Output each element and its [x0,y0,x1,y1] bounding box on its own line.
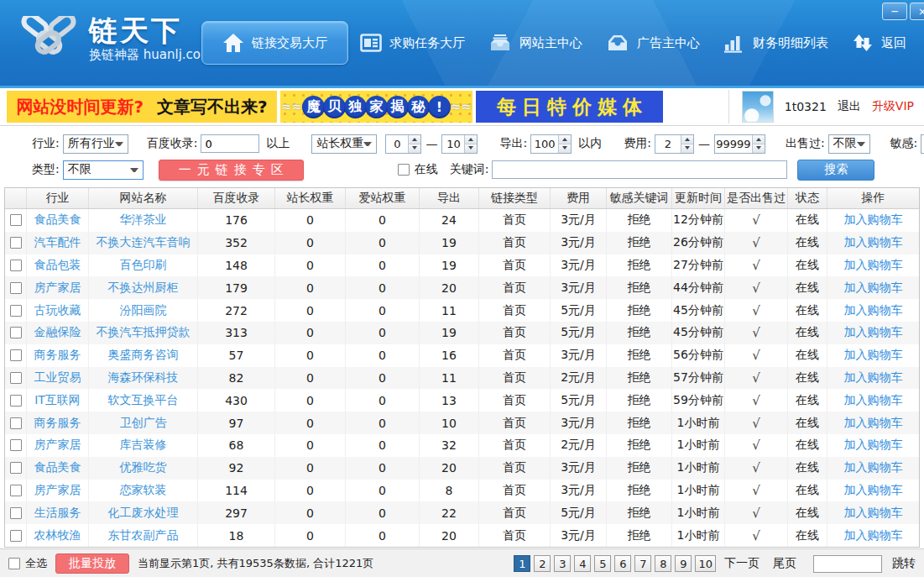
last-page-link[interactable]: 尾页 [773,556,796,571]
add-to-cart-link[interactable]: 加入购物车 [827,480,919,502]
site-name-link[interactable]: 恋家软装 [89,480,198,502]
spinner-up-icon[interactable] [681,135,693,144]
site-name-link[interactable]: 优雅吃货 [89,457,198,480]
industry-select[interactable]: 所有行业 [63,134,128,154]
cell-industry[interactable]: 汽车配件 [27,232,89,254]
page-button-2[interactable]: 2 [534,555,551,572]
spinner-up-icon[interactable] [753,135,765,144]
site-name-link[interactable]: 奥盛商务咨询 [89,344,198,367]
add-to-cart-link[interactable]: 加入购物车 [827,412,919,434]
site-name-link[interactable]: 汾阳画院 [89,299,198,322]
next-page-link[interactable]: 下一页 [724,556,760,571]
spinner-down-icon[interactable] [681,144,693,153]
cell-industry[interactable]: 工业贸易 [27,367,89,390]
row-checkbox[interactable] [10,462,22,474]
spinner-up-icon[interactable] [465,135,477,144]
minimize-button[interactable]: ─ [882,3,907,20]
fee-min-spinner[interactable]: 2 [655,134,694,154]
add-to-cart-link[interactable]: 加入购物车 [827,232,919,254]
upgrade-vip-link[interactable]: 升级VIP [872,99,914,114]
site-name-link[interactable]: 华洋茶业 [89,209,198,232]
ad-banner-secret[interactable]: ≈≈ 魔 贝 独 家 揭 秘 ! ≈≈ [280,91,472,123]
page-button-10[interactable]: 10 [695,555,716,572]
cell-industry[interactable]: 金融保险 [27,322,89,344]
site-name-link[interactable]: 百色印刷 [89,254,198,277]
cell-industry[interactable]: 生活服务 [27,501,89,524]
page-button-9[interactable]: 9 [675,555,692,572]
row-checkbox[interactable] [10,417,22,429]
baidu-include-input[interactable] [201,134,259,153]
site-name-link[interactable]: 东甘农副产品 [89,524,198,547]
cell-industry[interactable]: 房产家居 [27,480,89,502]
cell-industry[interactable]: IT互联网 [27,389,89,412]
cell-industry[interactable]: 食品美食 [27,457,89,480]
add-to-cart-link[interactable]: 加入购物车 [827,254,919,277]
row-checkbox[interactable] [10,530,22,542]
jump-link[interactable]: 跳转 [892,556,916,571]
sensitive-select[interactable]: 不限 [921,134,924,154]
add-to-cart-link[interactable]: 加入购物车 [827,524,919,547]
row-checkbox[interactable] [10,305,22,317]
add-to-cart-link[interactable]: 加入购物车 [827,434,919,457]
cell-industry[interactable]: 商务服务 [27,344,89,367]
weight-min-spinner[interactable]: 0 [385,134,421,154]
page-button-1[interactable]: 1 [514,555,530,572]
site-name-link[interactable]: 软文互换平台 [89,389,198,412]
cell-industry[interactable]: 房产家居 [27,276,89,299]
type-select[interactable]: 不限 [63,160,144,180]
page-button-6[interactable]: 6 [614,555,631,572]
spinner-down-icon[interactable] [559,144,571,153]
weight-max-spinner[interactable]: 10 [441,134,478,154]
spinner-down-icon[interactable] [465,144,477,153]
row-checkbox[interactable] [10,327,22,338]
add-to-cart-link[interactable]: 加入购物车 [827,344,919,367]
nav-return[interactable]: 返回 [840,22,918,64]
row-checkbox[interactable] [10,237,22,249]
add-to-cart-link[interactable]: 加入购物车 [827,276,919,299]
row-checkbox[interactable] [10,260,22,271]
page-button-5[interactable]: 5 [594,555,611,572]
fee-max-spinner[interactable]: 99999 [714,134,765,154]
ad-banner-update[interactable]: 网站没时间更新? 文章写不出来? [7,91,277,123]
cell-industry[interactable]: 食品美食 [27,209,89,232]
sold-select[interactable]: 不限 [828,134,870,154]
site-name-link[interactable]: 不换达州厨柜 [89,276,198,299]
nav-link-trade-hall[interactable]: 链接交易大厅 [201,21,348,65]
batch-publish-button[interactable]: 批量投放 [55,553,129,574]
site-name-link[interactable]: 不换大连汽车音响 [89,232,198,254]
cell-industry[interactable]: 房产家居 [27,434,89,457]
export-spinner[interactable]: 100 [530,134,572,154]
nav-finance-list[interactable]: 财务明细列表 [712,23,840,64]
keyword-input[interactable] [492,160,787,179]
page-button-8[interactable]: 8 [655,555,671,572]
search-button[interactable]: 搜索 [797,160,874,181]
row-checkbox[interactable] [10,214,22,226]
row-checkbox[interactable] [10,372,22,384]
site-name-link[interactable]: 化工废水处理 [89,501,198,524]
site-name-link[interactable]: 海森环保科技 [89,367,198,390]
row-checkbox[interactable] [10,349,22,361]
cell-industry[interactable]: 商务服务 [27,412,89,434]
nav-site-owner-center[interactable]: 网站主中心 [477,23,594,63]
ad-banner-daily-special[interactable]: 每日特价媒体 [476,91,663,123]
add-to-cart-link[interactable]: 加入购物车 [827,322,919,344]
add-to-cart-link[interactable]: 加入购物车 [827,299,919,322]
row-checkbox[interactable] [10,395,22,407]
one-yuan-zone-button[interactable]: 一元链接专区 [159,160,304,181]
close-button[interactable]: × [910,3,924,20]
page-button-4[interactable]: 4 [574,555,591,572]
cell-industry[interactable]: 食品包装 [27,254,89,277]
page-button-3[interactable]: 3 [554,555,571,572]
row-checkbox[interactable] [10,282,22,294]
spinner-down-icon[interactable] [409,144,420,153]
page-button-7[interactable]: 7 [634,555,651,572]
row-checkbox[interactable] [10,439,22,451]
site-name-link[interactable]: 不换汽车抵押贷款 [89,322,198,344]
logout-link[interactable]: 退出 [838,99,861,114]
spinner-up-icon[interactable] [559,135,571,144]
jump-page-input[interactable] [813,555,882,573]
add-to-cart-link[interactable]: 加入购物车 [827,367,919,390]
nav-purchase-task-hall[interactable]: 求购任务大厅 [348,23,477,63]
spinner-down-icon[interactable] [753,144,765,153]
spinner-up-icon[interactable] [409,135,420,144]
